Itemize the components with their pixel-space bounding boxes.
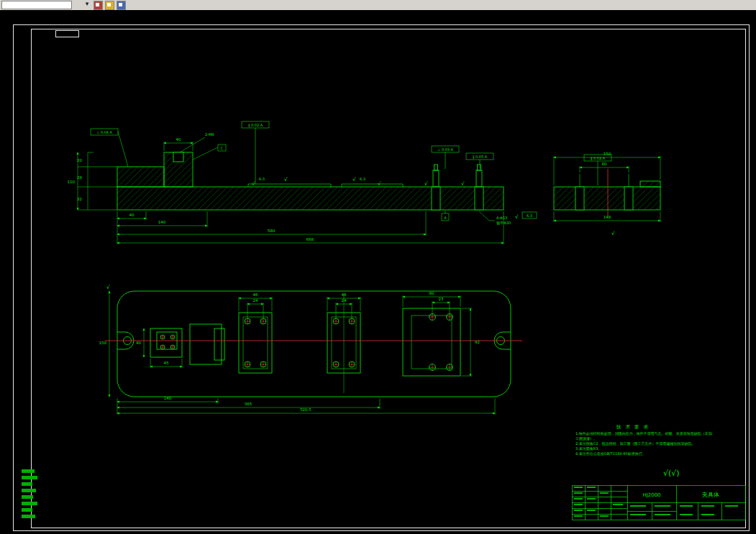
- svg-text:40: 40: [176, 137, 181, 142]
- svg-text:√: √: [352, 177, 356, 183]
- plan-view-dim-text: 24 46 24 46 23 80 92 45 40 140 365 520.5…: [99, 291, 481, 412]
- layer-combobox[interactable]: [1, 1, 72, 9]
- svg-text:4-Φ13: 4-Φ13: [496, 216, 507, 220]
- svg-text:80: 80: [429, 291, 434, 295]
- svg-text:150: 150: [99, 341, 107, 345]
- part-name: 夹具体: [702, 492, 719, 498]
- svg-text:148: 148: [604, 215, 611, 219]
- right-section-view: [554, 174, 660, 210]
- toolbar: ▾: [0, 0, 756, 11]
- save-icon[interactable]: [117, 1, 126, 10]
- svg-text:√: √: [284, 177, 288, 183]
- surface-finish-note: √(√): [663, 469, 680, 478]
- svg-text:140: 140: [158, 220, 166, 224]
- svg-text:√: √: [515, 214, 519, 220]
- svg-text:4.未注形位公差按GB/T1184-80标准执行。: 4.未注形位公差按GB/T1184-80标准执行。: [575, 451, 646, 456]
- technical-requirements: 技 术 要 求 1.铸件必须经时效处理，消除内应力，铸件不得有气孔、砂眼、夹渣等…: [575, 424, 712, 478]
- svg-text:⊥ 0.04 A: ⊥ 0.04 A: [96, 130, 113, 134]
- svg-text:3.未注圆角R3。: 3.未注圆角R3。: [575, 446, 601, 451]
- svg-text:580: 580: [268, 229, 275, 233]
- svg-text:技 术 要 求: 技 术 要 求: [616, 424, 650, 430]
- svg-text:√: √: [461, 181, 465, 187]
- cad-application-window: { "colors": { "canvas_bg": "#000000", "l…: [0, 0, 756, 534]
- svg-text:2.未注倒角C2，锐边倒钝，加工面（除工艺孔外）不得有磕碰划: 2.未注倒角C2，锐边倒钝，加工面（除工艺孔外）不得有磕碰划伤等缺陷。: [575, 441, 695, 446]
- modify-icon[interactable]: [94, 1, 103, 10]
- svg-text:32: 32: [77, 197, 82, 201]
- svg-text:⊥ 0.03 A: ⊥ 0.03 A: [437, 147, 454, 152]
- left-margin-table: [22, 469, 37, 518]
- svg-text:√: √: [424, 181, 428, 187]
- svg-text:锪平Φ20: 锪平Φ20: [496, 221, 511, 225]
- svg-text:24: 24: [342, 298, 347, 303]
- svg-text:40: 40: [136, 341, 141, 345]
- svg-text:√: √: [252, 181, 255, 187]
- svg-text:140: 140: [164, 396, 172, 400]
- svg-text:√: √: [106, 285, 110, 290]
- svg-text:2-M8: 2-M8: [205, 132, 214, 137]
- dropdown-arrow-icon[interactable]: ▾: [83, 0, 91, 7]
- title-block-text: HJ2000 夹具体: [642, 492, 719, 498]
- svg-text:46: 46: [342, 293, 347, 297]
- svg-text:6.3: 6.3: [527, 213, 532, 218]
- svg-text:6.3: 6.3: [259, 177, 265, 181]
- front-section-view: [117, 152, 504, 210]
- svg-text:28: 28: [77, 175, 82, 180]
- svg-text:工面涂漆）。: 工面涂漆）。: [575, 436, 597, 441]
- svg-text:45: 45: [164, 361, 169, 365]
- modify-icon-detail: [96, 3, 99, 6]
- svg-text:150: 150: [604, 152, 611, 156]
- drawing-canvas[interactable]: 40 140 580 668 20 28 32 110 40 2-M8 4-Φ1…: [0, 10, 756, 534]
- svg-text:24: 24: [253, 298, 258, 303]
- drawing-svg: 40 140 580 668 20 28 32 110 40 2-M8 4-Φ1…: [0, 10, 756, 534]
- save-icon-detail: [119, 3, 122, 6]
- svg-text:6.3: 6.3: [360, 177, 365, 181]
- drawing-number: HJ2000: [642, 492, 660, 498]
- svg-text:46: 46: [253, 293, 258, 297]
- open-folder-icon-detail: [107, 3, 111, 6]
- open-folder-icon[interactable]: [105, 1, 114, 10]
- title-block: [572, 485, 745, 520]
- svg-text:∥ 0.02 A: ∥ 0.02 A: [591, 156, 606, 161]
- svg-text:110: 110: [68, 180, 76, 184]
- svg-text:√: √: [611, 231, 615, 236]
- plan-view: [117, 291, 511, 397]
- svg-text:∥ 0.05 A: ∥ 0.05 A: [473, 155, 488, 160]
- svg-text:1.铸件必须经时效处理，消除内应力，铸件不得有气孔、砂眼、夹: 1.铸件必须经时效处理，消除内应力，铸件不得有气孔、砂眼、夹渣等铸造缺陷（非加: [575, 431, 712, 436]
- svg-text:20: 20: [77, 158, 82, 162]
- svg-text:668: 668: [306, 237, 314, 241]
- svg-text:√: √: [378, 181, 381, 187]
- svg-text:365: 365: [245, 402, 252, 406]
- svg-text:C: C: [221, 146, 224, 150]
- svg-text:92: 92: [475, 340, 480, 344]
- svg-text:∥ 0.02 A: ∥ 0.02 A: [248, 123, 263, 128]
- svg-text:80: 80: [602, 162, 607, 166]
- svg-text:40: 40: [129, 213, 135, 217]
- svg-text:520.5: 520.5: [300, 408, 311, 412]
- svg-text:23: 23: [439, 297, 444, 301]
- svg-text:A: A: [444, 216, 447, 220]
